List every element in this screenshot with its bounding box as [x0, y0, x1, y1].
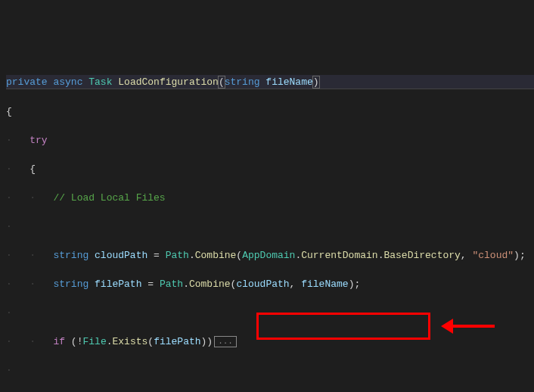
cloudpath-decl: · · string cloudPath = Path.Combine(AppD… [6, 248, 534, 263]
blank-line: · [6, 219, 534, 234]
comment-line: · · // Load Local Files [6, 191, 534, 205]
blank-line: · [6, 363, 534, 378]
if-exists-line: · · if (!File.Exists(filePath))... [6, 334, 534, 349]
brace-open: · { [6, 162, 534, 176]
fold-collapsed-icon[interactable]: ... [214, 336, 237, 347]
brace-open: { [6, 104, 534, 119]
filepath-decl: · · string filePath = Path.Combine(cloud… [6, 277, 534, 291]
try-line: · try [6, 133, 534, 148]
method-signature: private async Task LoadConfiguration(str… [6, 75, 534, 89]
annotation-arrow-icon [434, 319, 495, 334]
code-editor[interactable]: private async Task LoadConfiguration(str… [6, 46, 534, 392]
blank-line: · [6, 306, 534, 320]
